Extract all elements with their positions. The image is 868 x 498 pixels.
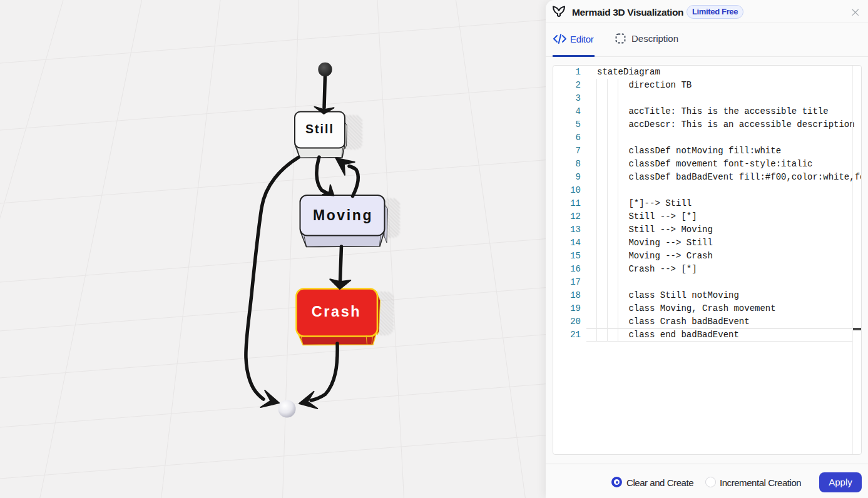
svg-text:Still: Still: [305, 122, 334, 136]
svg-text:Crash: Crash: [312, 303, 362, 320]
svg-text:Moving: Moving: [313, 207, 373, 223]
